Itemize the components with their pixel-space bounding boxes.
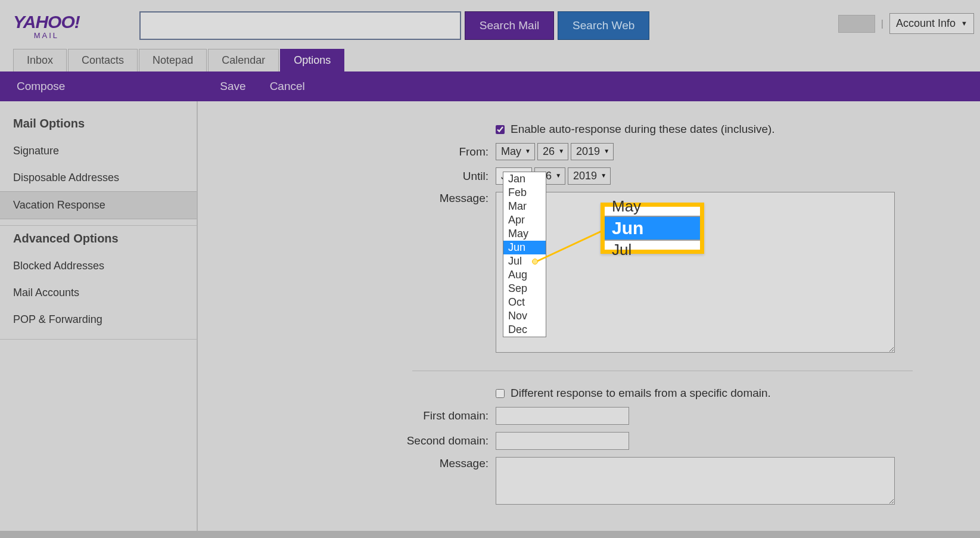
month-option-mar[interactable]: Mar — [503, 200, 546, 213]
enable-row: Enable auto-response during these dates … — [496, 123, 962, 136]
sidebar-item-blocked-addresses[interactable]: Blocked Addresses — [0, 253, 197, 279]
diff-label: Different response to emails from a spec… — [511, 387, 771, 400]
until-row: Jan 26 2019 — [496, 167, 962, 185]
from-year-select[interactable]: 2019 — [571, 143, 614, 160]
separator: | — [881, 18, 883, 29]
month-option-jan[interactable]: Jan — [503, 172, 546, 186]
yahoo-mail-logo: YAHOO! MAIL — [13, 12, 80, 40]
message-label: Message: — [198, 192, 496, 205]
sidebar-item-signature[interactable]: Signature — [0, 138, 197, 164]
divider — [412, 371, 913, 371]
callout-next: Jul — [605, 240, 700, 259]
sidebar-divider-2 — [0, 339, 197, 340]
sidebar: Mail Options Signature Disposable Addres… — [0, 101, 198, 538]
month-option-nov[interactable]: Nov — [503, 309, 546, 323]
second-domain-label: Second domain: — [198, 434, 496, 447]
first-domain-label: First domain: — [198, 409, 496, 422]
enable-checkbox[interactable] — [496, 125, 505, 134]
month-option-dec[interactable]: Dec — [503, 323, 546, 337]
tab-notepad[interactable]: Notepad — [139, 49, 207, 71]
tab-contacts[interactable]: Contacts — [68, 49, 138, 71]
callout-dot — [532, 259, 538, 265]
search-mail-button[interactable]: Search Mail — [465, 11, 554, 40]
month-option-sep[interactable]: Sep — [503, 282, 546, 296]
from-day-select[interactable]: 26 — [537, 143, 568, 160]
tab-calendar[interactable]: Calendar — [208, 49, 279, 71]
month-option-may[interactable]: May — [503, 227, 546, 241]
enable-label: Enable auto-response during these dates … — [511, 123, 775, 136]
search-input[interactable] — [139, 11, 461, 40]
tab-options[interactable]: Options — [280, 49, 344, 71]
month-option-oct[interactable]: Oct — [503, 296, 546, 309]
search-area: Search Mail Search Web — [139, 11, 650, 40]
cancel-button[interactable]: Cancel — [270, 80, 305, 93]
sidebar-item-pop-forwarding[interactable]: POP & Forwarding — [0, 306, 197, 333]
body-row: Mail Options Signature Disposable Addres… — [0, 101, 980, 538]
message2-label: Message: — [198, 457, 496, 470]
sidebar-item-disposable-addresses[interactable]: Disposable Addresses — [0, 164, 197, 191]
compose-button[interactable]: Compose — [17, 80, 65, 93]
tabbar: Inbox Contacts Notepad Calendar Options — [0, 49, 980, 71]
callout-bubble: May Jun Jul — [601, 203, 704, 254]
account-info-menu[interactable]: Account Info — [889, 13, 974, 34]
sidebar-item-vacation-response[interactable]: Vacation Response — [0, 191, 197, 219]
callout-prev: May — [605, 197, 700, 216]
from-row: May 26 2019 — [496, 143, 962, 160]
until-month-dropdown[interactable]: JanFebMarAprMayJunJulAugSepOctNovDec — [503, 172, 546, 337]
message2-textarea[interactable] — [496, 457, 895, 505]
bottom-scrollbar[interactable] — [0, 531, 980, 538]
header: YAHOO! MAIL Search Mail Search Web | Acc… — [0, 0, 980, 49]
diff-row: Different response to emails from a spec… — [496, 387, 962, 400]
action-bar: Compose Save Cancel — [0, 71, 980, 101]
sidebar-item-mail-accounts[interactable]: Mail Accounts — [0, 279, 197, 306]
form-grid: Enable auto-response during these dates … — [198, 123, 962, 505]
logo-text: YAHOO! — [13, 12, 80, 32]
month-option-jul[interactable]: Jul — [503, 254, 546, 268]
from-label: From: — [198, 145, 496, 158]
until-year-select[interactable]: 2019 — [568, 167, 611, 185]
logo-subtext: MAIL — [34, 31, 59, 40]
until-label: Until: — [198, 170, 496, 183]
sidebar-heading-advanced-options: Advanced Options — [0, 226, 197, 253]
month-option-feb[interactable]: Feb — [503, 186, 546, 200]
callout-selected: Jun — [605, 216, 700, 240]
user-placeholder — [838, 15, 875, 33]
first-domain-input[interactable] — [496, 407, 629, 425]
header-right: | Account Info — [838, 13, 974, 34]
content: Enable auto-response during these dates … — [198, 101, 980, 538]
month-option-apr[interactable]: Apr — [503, 213, 546, 227]
sidebar-heading-mail-options: Mail Options — [0, 111, 197, 138]
save-button[interactable]: Save — [220, 80, 245, 93]
diff-checkbox[interactable] — [496, 389, 505, 398]
from-month-select[interactable]: May — [496, 143, 535, 160]
search-web-button[interactable]: Search Web — [558, 11, 649, 40]
tab-inbox[interactable]: Inbox — [13, 49, 67, 71]
month-option-jun[interactable]: Jun — [503, 241, 546, 254]
month-option-aug[interactable]: Aug — [503, 268, 546, 282]
second-domain-input[interactable] — [496, 432, 629, 450]
